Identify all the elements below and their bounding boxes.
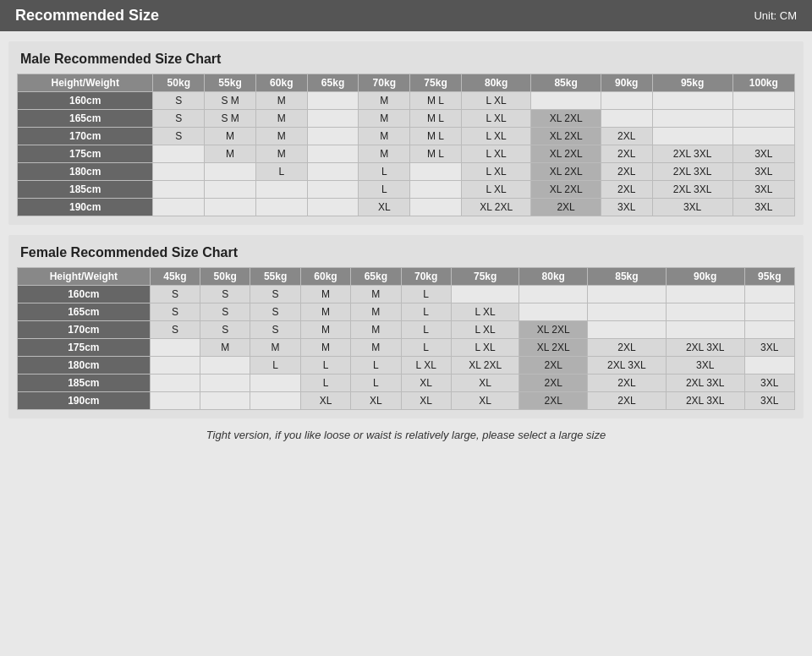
male-cell: 3XL	[732, 163, 794, 181]
female-cell: L XL	[451, 339, 519, 357]
female-cell	[200, 357, 250, 374]
female-cell: M	[351, 286, 401, 303]
male-cell	[153, 145, 205, 163]
male-cell: L XL	[461, 145, 530, 163]
male-cell: S	[153, 128, 205, 145]
male-table-row: 165cmSS MMMM LL XLXL 2XL	[18, 110, 795, 128]
male-table-row: 190cmXLXL 2XL2XL3XL3XL3XL	[18, 199, 795, 216]
female-cell	[519, 286, 588, 303]
female-cell: M	[351, 321, 401, 339]
female-row-height: 165cm	[18, 303, 151, 321]
male-section: Male Recommended Size Chart Height/Weigh…	[8, 41, 804, 225]
male-cell: XL 2XL	[531, 145, 601, 163]
male-row-height: 170cm	[18, 128, 153, 145]
female-cell: L	[300, 374, 350, 392]
male-cell: 2XL 3XL	[652, 181, 732, 199]
male-table-row: 175cmMMMM LL XLXL 2XL2XL2XL 3XL3XL	[18, 145, 795, 163]
female-cell: XL	[401, 374, 451, 392]
male-cell: L XL	[461, 110, 530, 128]
female-cell: S	[150, 286, 200, 303]
male-cell	[652, 110, 732, 128]
male-column-header-row: Height/Weight 50kg 55kg 60kg 65kg 70kg 7…	[18, 74, 795, 92]
page-wrapper: Recommended Size Unit: CM Male Recommend…	[0, 0, 812, 441]
female-cell: M	[300, 339, 350, 357]
male-row-height: 190cm	[18, 199, 153, 216]
female-cell: 2XL	[519, 357, 588, 374]
male-row-height: 165cm	[18, 110, 153, 128]
female-col-65: 65kg	[351, 268, 401, 286]
male-cell: L XL	[461, 128, 530, 145]
female-row-height: 190cm	[18, 392, 151, 410]
female-cell	[250, 374, 300, 392]
male-col-70: 70kg	[359, 74, 410, 92]
male-cell: 2XL	[601, 145, 652, 163]
female-cell	[150, 392, 200, 410]
male-cell: S	[153, 110, 205, 128]
male-cell: L	[359, 181, 410, 199]
male-size-table: Height/Weight 50kg 55kg 60kg 65kg 70kg 7…	[17, 74, 795, 216]
male-cell: S M	[205, 92, 256, 110]
male-cell: M	[359, 92, 410, 110]
male-cell	[153, 181, 205, 199]
male-cell	[307, 163, 359, 181]
female-col-75: 75kg	[451, 268, 519, 286]
female-cell	[519, 303, 588, 321]
female-cell: L	[401, 339, 451, 357]
male-cell: M L	[410, 92, 462, 110]
male-cell: 2XL 3XL	[652, 163, 732, 181]
female-cell: 3XL	[744, 392, 794, 410]
female-cell: L	[351, 374, 401, 392]
female-cell	[150, 339, 200, 357]
male-col-60: 60kg	[255, 74, 307, 92]
female-col-95: 95kg	[744, 268, 794, 286]
male-cell: XL 2XL	[531, 163, 601, 181]
female-cell: XL	[351, 392, 401, 410]
female-col-60: 60kg	[300, 268, 350, 286]
male-cell	[307, 92, 359, 110]
female-table-row: 190cmXLXLXLXL2XL2XL2XL 3XL3XL	[18, 392, 795, 410]
female-section-title: Female Recommended Size Chart	[17, 243, 795, 262]
male-cell: M	[255, 145, 307, 163]
female-cell: 2XL 3XL	[588, 357, 667, 374]
male-cell	[255, 199, 307, 216]
male-cell: M	[255, 110, 307, 128]
male-cell	[307, 181, 359, 199]
male-cell	[410, 199, 462, 216]
female-cell: XL	[451, 392, 519, 410]
male-row-height: 160cm	[18, 92, 153, 110]
male-cell: M	[359, 145, 410, 163]
female-cell	[588, 286, 667, 303]
male-cell	[205, 181, 256, 199]
male-cell: M	[255, 128, 307, 145]
male-table-row: 160cmSS MMMM LL XL	[18, 92, 795, 110]
female-cell: 2XL 3XL	[666, 374, 744, 392]
male-cell: 2XL	[601, 163, 652, 181]
female-cell: L XL	[401, 357, 451, 374]
female-cell: S	[200, 303, 250, 321]
male-cell: 2XL	[601, 128, 652, 145]
female-row-height: 180cm	[18, 357, 151, 374]
female-cell: XL	[300, 392, 350, 410]
male-col-65: 65kg	[307, 74, 359, 92]
male-cell	[205, 199, 256, 216]
female-col-90: 90kg	[666, 268, 744, 286]
male-cell: XL 2XL	[531, 181, 601, 199]
female-cell: 2XL	[588, 392, 667, 410]
female-cell: M	[300, 321, 350, 339]
female-cell: 2XL 3XL	[666, 392, 744, 410]
male-cell	[153, 163, 205, 181]
female-column-header-row: Height/Weight 45kg 50kg 55kg 60kg 65kg 7…	[18, 268, 795, 286]
male-cell: 3XL	[601, 199, 652, 216]
female-cell	[200, 392, 250, 410]
male-cell: M L	[410, 128, 462, 145]
male-table-row: 170cmSMMMM LL XLXL 2XL2XL	[18, 128, 795, 145]
female-cell	[150, 374, 200, 392]
male-cell: M	[205, 145, 256, 163]
female-cell	[666, 321, 744, 339]
male-cell	[410, 181, 462, 199]
female-cell: XL 2XL	[451, 357, 519, 374]
male-cell: 3XL	[732, 145, 794, 163]
female-cell: 2XL	[588, 339, 667, 357]
male-table-row: 180cmLLL XLXL 2XL2XL2XL 3XL3XL	[18, 163, 795, 181]
male-cell	[205, 163, 256, 181]
